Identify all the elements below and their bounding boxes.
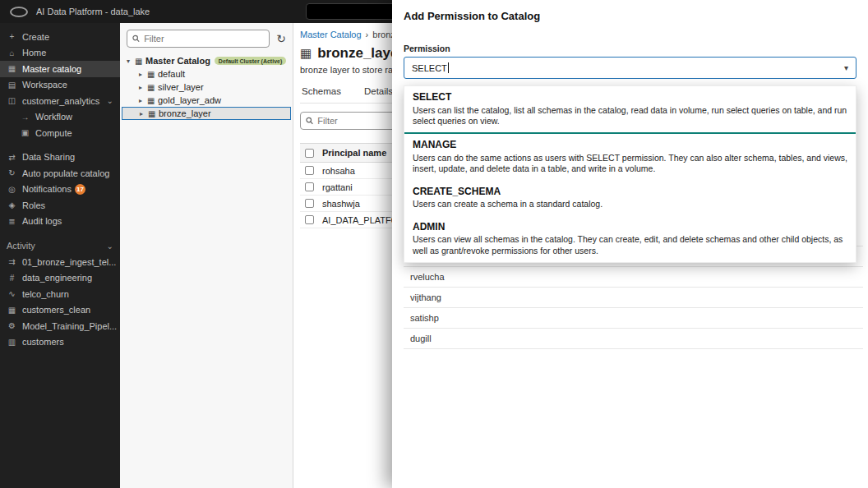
sidebar-spacer	[0, 141, 120, 150]
chevron-down-icon[interactable]: ⌄	[107, 96, 113, 105]
permission-option-select[interactable]: SELECT Users can list the catalog, list …	[404, 86, 856, 134]
plus-icon: +	[7, 32, 17, 41]
permission-label: Permission	[404, 44, 856, 53]
tree-node-master-catalog[interactable]: ▾ ▦ Master Catalog Default Cluster (Acti…	[120, 54, 293, 67]
sidebar-item-data-sharing[interactable]: ⇄ Data Sharing	[0, 150, 120, 166]
option-name: ADMIN	[413, 221, 847, 232]
sidebar-item-label: Create	[22, 32, 49, 42]
sidebar-item-audit-logs[interactable]: ≣ Audit logs	[0, 214, 120, 230]
tree-node-silver-layer[interactable]: ▸ ▦ silver_layer	[120, 81, 293, 94]
tree-node-label: silver_layer	[158, 82, 204, 92]
sidebar-item-create[interactable]: + Create	[0, 29, 120, 45]
sidebar-item-label: Workflow	[35, 112, 72, 122]
catalog-tree: ▾ ▦ Master Catalog Default Cluster (Acti…	[120, 54, 293, 120]
refresh-icon[interactable]: ↻	[276, 33, 286, 44]
sidebar-item-label: customers_clean	[22, 305, 90, 315]
sidebar-item-customer-analytics[interactable]: ◫ customer_analytics ⌄	[0, 93, 120, 109]
sidebar-item-roles[interactable]: ◈ Roles	[0, 197, 120, 214]
bell-icon: ◎	[7, 185, 17, 194]
chevron-down-icon[interactable]: ⌄	[107, 242, 113, 251]
run-icon: ▦	[7, 306, 17, 315]
sidebar-item-home[interactable]: ⌂ Home	[0, 45, 120, 62]
option-description: Users can create a schema in a standard …	[413, 199, 847, 209]
principal-name: rgattani	[322, 182, 353, 192]
catalog-icon: ▦	[300, 46, 312, 61]
audit-icon: ≣	[7, 217, 17, 226]
sidebar-item-label: 01_bronze_ingest_tel...	[22, 257, 116, 267]
option-description: Users can do the same actions as users w…	[413, 153, 847, 175]
sidebar-item-label: Model_Training_Pipel...	[22, 321, 117, 331]
row-checkbox[interactable]	[305, 199, 314, 208]
row-checkbox[interactable]	[305, 166, 314, 175]
sidebar-item-label: Roles	[22, 200, 45, 210]
sidebar-item-compute[interactable]: ▣ Compute	[0, 125, 120, 141]
breadcrumb-parent-link[interactable]: Master Catalog	[300, 30, 362, 39]
sidebar-section-activity[interactable]: Activity ⌄	[0, 237, 120, 254]
permission-option-manage[interactable]: MANAGE Users can do the same actions as …	[404, 134, 856, 180]
permission-option-create-schema[interactable]: CREATE_SCHEMA Users can create a schema …	[404, 181, 856, 216]
principal-name: rohsaha	[322, 166, 355, 176]
add-permission-modal: Add Permission to Catalog Permission SEL…	[392, 0, 868, 488]
principal-option[interactable]: dugill	[404, 329, 863, 349]
search-icon	[306, 117, 313, 125]
home-icon: ⌂	[7, 48, 17, 58]
app-title: AI Data Platform - data_lake	[36, 7, 150, 16]
expand-arrow-icon[interactable]: ▾	[127, 58, 135, 65]
principal-option-label: vijthang	[410, 292, 441, 302]
catalog-tree-panel: ↻ ▾ ▦ Master Catalog Default Cluster (Ac…	[120, 23, 293, 488]
collapse-arrow-icon[interactable]: ▸	[140, 110, 148, 117]
row-checkbox[interactable]	[305, 182, 314, 191]
principal-option[interactable]: satishp	[404, 308, 863, 329]
permission-select[interactable]: SELECT ▾	[404, 57, 856, 79]
tree-node-bronze-layer[interactable]: ▸ ▦ bronze_layer	[122, 107, 291, 120]
option-name: MANAGE	[413, 139, 847, 150]
workspace-icon: ▤	[7, 81, 17, 90]
sidebar-item-label: Auto populate catalog	[22, 168, 109, 178]
sidebar-item-label: customer_analytics	[22, 96, 99, 106]
sidebar-item-workspace[interactable]: ▤ Workspace	[0, 77, 120, 94]
sidebar-item-label: Compute	[35, 128, 72, 138]
sidebar-activity-item-3[interactable]: ▦ customers_clean	[0, 302, 120, 319]
principal-option[interactable]: vijthang	[404, 288, 863, 308]
sidebar-activity-item-4[interactable]: ⚙ Model_Training_Pipel...	[0, 318, 120, 334]
catalog-icon: ▦	[7, 64, 17, 73]
collapse-arrow-icon[interactable]: ▸	[139, 97, 147, 104]
sidebar-item-notifications[interactable]: ◎ Notifications 17	[0, 182, 120, 198]
tree-node-gold-layer-adw[interactable]: ▸ ▦ gold_layer_adw	[120, 94, 293, 107]
sidebar-item-label: telco_churn	[22, 289, 69, 299]
sidebar-activity-item-2[interactable]: ∿ telco_churn	[0, 286, 120, 302]
tree-node-label: Master Catalog	[145, 56, 210, 66]
principal-option-label: dugill	[410, 334, 432, 343]
search-icon	[132, 35, 140, 43]
schema-icon: ▦	[148, 109, 159, 118]
principal-option[interactable]: rvelucha	[404, 267, 863, 288]
breadcrumb-separator: ›	[366, 30, 369, 39]
schema-icon: ▦	[147, 83, 158, 92]
option-description: Users can view all schemas in the catalo…	[413, 234, 847, 256]
tree-node-label: gold_layer_adw	[158, 95, 221, 105]
sidebar-item-auto-populate-catalog[interactable]: ↻ Auto populate catalog	[0, 165, 120, 182]
tree-node-default[interactable]: ▸ ▦ default	[120, 67, 293, 81]
text-cursor	[448, 62, 449, 73]
permission-option-admin[interactable]: ADMIN Users can view all schemas in the …	[404, 216, 856, 262]
sidebar-activity-item-0[interactable]: ⇉ 01_bronze_ingest_tel...	[0, 254, 120, 270]
sidebar-item-master-catalog[interactable]: ▦ Master catalog	[0, 61, 120, 77]
sidebar-item-workflow[interactable]: → Workflow	[0, 109, 120, 126]
collapse-arrow-icon[interactable]: ▸	[139, 71, 147, 78]
tree-filter-input[interactable]	[144, 34, 264, 44]
tab-details[interactable]: Details	[362, 84, 395, 103]
share-icon: ⇄	[7, 153, 17, 162]
notification-badge: 17	[75, 184, 85, 195]
sidebar-item-label: customers	[22, 337, 64, 347]
tree-filter[interactable]	[127, 30, 270, 48]
run-icon: #	[7, 274, 17, 283]
sidebar-activity-item-5[interactable]: ▥ customers	[0, 334, 120, 351]
run-icon: ⚙	[7, 321, 17, 330]
tab-schemas[interactable]: Schemas	[300, 84, 343, 103]
tree-filter-row: ↻	[120, 23, 293, 53]
row-checkbox[interactable]	[305, 215, 314, 224]
sidebar-item-label: data_engineering	[22, 273, 92, 283]
collapse-arrow-icon[interactable]: ▸	[139, 84, 147, 91]
select-all-checkbox[interactable]	[305, 149, 314, 158]
sidebar-activity-item-1[interactable]: # data_engineering	[0, 270, 120, 287]
